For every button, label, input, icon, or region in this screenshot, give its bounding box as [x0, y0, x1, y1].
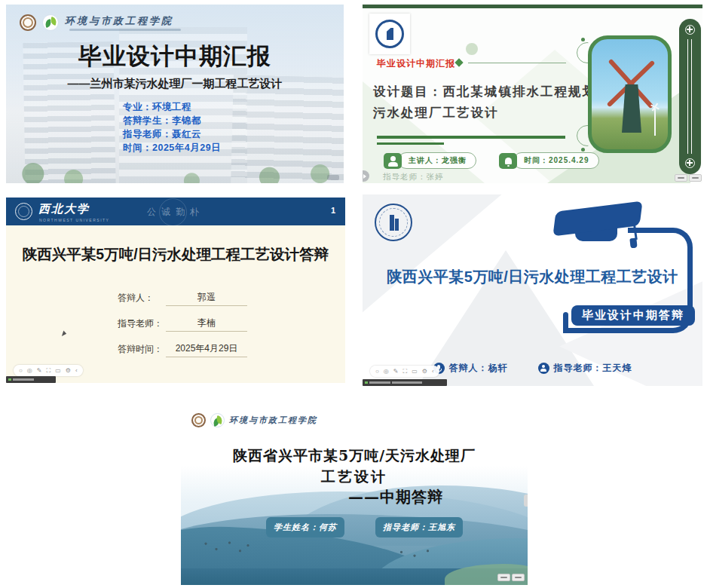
university-motto-watermark: 公诚勤朴	[6, 206, 345, 219]
info-line-major: 专业：环境工程	[123, 100, 221, 114]
design-topic-line1: 设计题目：西北某城镇排水工程规划及	[373, 81, 611, 102]
slide-1-thumbnail: 环境与市政工程学院 毕业设计中期汇报 ——兰州市某污水处理厂一期工程工艺设计 专…	[6, 5, 344, 183]
slide-5-thumbnail: 环境与市政工程学院 陕西省兴平市某5万吨/天污水处理厂 工艺设计 ——中期答辩 …	[181, 407, 528, 585]
slide-title: 陕西兴平某5万吨/日污水处理工程工艺设计	[363, 267, 702, 287]
select-icon[interactable]: ⛶	[47, 368, 51, 374]
annotation-mark-badge[interactable]	[512, 574, 525, 581]
field-value: 2025年4月29日	[166, 342, 247, 357]
defense-info-form: 答辩人： 郭遥 指导老师： 李楠 答辩时间： 2025年4月29日	[118, 291, 247, 368]
person-icon	[538, 363, 549, 374]
college-name: 环境与市政工程学院	[229, 415, 317, 426]
info-line-date: 时间：2025年4月29日	[123, 141, 221, 155]
overlay-fade	[6, 5, 344, 183]
top-green-bar	[363, 5, 702, 8]
wind-turbine	[654, 109, 656, 136]
scrollbar-nub[interactable]	[524, 495, 528, 507]
slide-subtitle: ——兰州市某污水处理厂一期工程工艺设计	[6, 77, 344, 91]
form-row: 指导老师： 李楠	[118, 317, 247, 332]
person-icon	[384, 153, 402, 169]
slide-2-thumbnail: 毕业设计中期汇报 设计题目：西北某城镇排水工程规划及 污水处理厂工艺设计 主讲人…	[363, 5, 702, 183]
page-number: 1	[331, 206, 335, 215]
university-logo-box	[369, 14, 410, 54]
university-ring-logo-icon	[375, 20, 404, 48]
green-divider-thick	[377, 136, 565, 139]
presenter-badge-label: 主讲人：龙强衡	[398, 152, 476, 169]
status-mini-label	[363, 379, 447, 386]
slide-title: 陕西兴平某5万吨/日污水处理工程工艺设计答辩	[6, 244, 345, 265]
laser-icon[interactable]: ○	[375, 369, 379, 375]
collapse-icon[interactable]: ‹	[75, 368, 78, 374]
advisor-item: 指导老师：王天烽	[538, 362, 632, 375]
field-label: 答辩人：	[118, 292, 166, 306]
camera-icon[interactable]: ▭	[55, 368, 61, 374]
screenshot-canvas: 环境与市政工程学院 毕业设计中期汇报 ——兰州市某污水处理厂一期工程工艺设计 专…	[0, 0, 707, 588]
bracket-frame-decor	[563, 328, 635, 333]
annotation-mark-badge[interactable]	[497, 574, 510, 581]
mouse-cursor	[62, 330, 67, 337]
side-nav-bar	[679, 19, 701, 174]
college-name: 环境与市政工程学院	[65, 14, 173, 28]
compass-up-icon[interactable]	[685, 25, 695, 35]
info-line-advisor: 指导老师：聂红云	[123, 127, 221, 141]
birds-decor	[396, 547, 433, 559]
presenter-item: 答辩人：杨轩	[433, 362, 508, 375]
collapse-icon[interactable]: ‹	[432, 369, 434, 375]
info-line-student: 答辩学生：李锦都	[123, 114, 221, 127]
graduation-cap-icon	[554, 202, 652, 255]
slide-title: 毕业设计中期汇报	[6, 41, 344, 72]
time-badge-label: 时间：2025.4.29	[513, 152, 599, 169]
dot-decor	[581, 148, 585, 152]
settings-icon[interactable]: ⚙	[66, 368, 71, 374]
slide-4-thumbnail: 陕西兴平某5万吨/日污水处理工程工艺设计 毕业设计中期答辩 答辩人：杨轩 指导老…	[363, 194, 702, 386]
field-label: 答辩时间：	[118, 343, 166, 357]
college-leaf-logo-icon	[210, 413, 225, 427]
slide-title-line3: ——中期答辩	[348, 487, 443, 507]
university-ring-logo-icon	[375, 204, 412, 241]
field-value: 李楠	[166, 317, 247, 332]
advisor-name-badge: 指导老师：王旭东	[375, 517, 463, 537]
camera-icon[interactable]: ▭	[412, 369, 418, 375]
annotation-mark-badge[interactable]	[689, 174, 702, 182]
bell-icon	[499, 153, 517, 169]
report-tag: 毕业设计中期汇报	[377, 57, 455, 70]
design-topic-title: 设计题目：西北某城镇排水工程规划及 污水处理厂工艺设计	[373, 81, 611, 123]
time-badge: 时间：2025.4.29	[499, 152, 599, 169]
watermark-mark	[327, 175, 339, 180]
select-icon[interactable]: ⛶	[403, 369, 408, 375]
university-seal-icon	[191, 413, 206, 427]
settings-icon[interactable]: ⚙	[422, 369, 427, 375]
logo-building-glyph	[390, 215, 394, 231]
design-topic-line2: 污水处理厂工艺设计	[373, 102, 611, 123]
presenter-info-block: 专业：环境工程 答辩学生：李锦都 指导老师：聂红云 时间：2025年4月29日	[123, 100, 221, 155]
slide-3-thumbnail: 西北大学 NORTHWEST UNIVERSITY 公诚勤朴 1 陕西兴平某5万…	[6, 198, 345, 383]
birds-decor	[200, 538, 253, 556]
target-icon[interactable]: ◎	[384, 369, 389, 375]
university-seal-icon	[20, 14, 36, 31]
annotation-toolbar[interactable]: ○ ◎ ✎ ⛶ ▭ ⚙ ‹	[14, 365, 83, 376]
tag-divider-line	[468, 63, 566, 63]
laser-icon[interactable]: ○	[19, 368, 23, 374]
target-icon[interactable]: ◎	[27, 368, 32, 374]
corner-tool-badges	[497, 574, 525, 581]
dot-decor	[581, 38, 585, 41]
presenter-label: 答辩人：杨轩	[449, 362, 508, 375]
student-name-badge: 学生姓名：何苏	[266, 517, 344, 537]
badge-row: 主讲人：龙强衡 时间：2025.4.29	[384, 152, 599, 169]
slide-title-line1: 陕西省兴平市某5万吨/天污水处理厂	[181, 446, 528, 466]
advisor-label: 指导老师：王天烽	[554, 362, 632, 375]
annotation-toolbar[interactable]: ○ ◎ ✎ ⛶ ▭ ⚙ ‹	[370, 366, 439, 377]
nav-track-lines	[687, 39, 692, 154]
annotation-mark-badge[interactable]	[675, 174, 687, 182]
pen-icon[interactable]: ✎	[37, 368, 42, 374]
field-label: 指导老师：	[118, 317, 166, 332]
form-row: 答辩人： 郭遥	[118, 291, 247, 306]
compass-down-icon[interactable]	[685, 158, 695, 168]
form-row: 答辩时间： 2025年4月29日	[118, 342, 247, 357]
bracket-frame-decor	[563, 312, 568, 331]
pen-icon[interactable]: ✎	[393, 369, 399, 375]
school-header: 环境与市政工程学院	[191, 413, 317, 427]
diamond-bullet-icon	[454, 58, 463, 66]
midterm-defense-banner: 毕业设计中期答辩	[571, 305, 695, 326]
presenter-badge: 主讲人：龙强衡	[384, 152, 476, 169]
college-name-subtitle-line	[69, 29, 181, 31]
